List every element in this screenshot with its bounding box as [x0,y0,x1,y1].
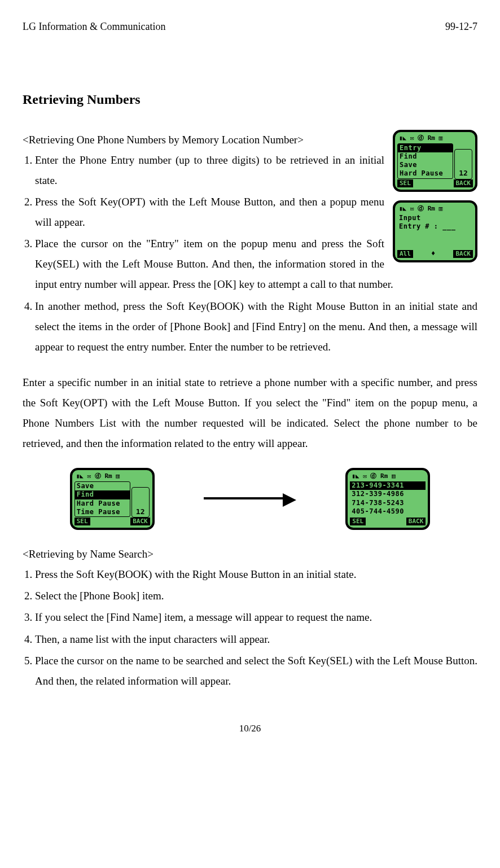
document-header: LG Information & Communication 99-12-7 [23,17,477,36]
text-line: Input [397,214,473,222]
softkey-right: BACK [453,250,473,258]
header-right: 99-12-7 [445,17,477,36]
nav-indicator-icon: ♦ [431,250,435,257]
arrow-icon [204,489,296,509]
entry-number-box: 12 [454,149,472,179]
menu-item: Hard Pause [75,499,130,508]
page-number: 10/26 [23,720,477,738]
softkey-right: BACK [130,518,150,525]
header-left: LG Information & Communication [23,17,165,36]
softkey-left: SEL [74,518,90,525]
page-title: Retrieving Numbers [23,87,477,113]
list-item: 405-744-4590 [350,507,426,516]
instruction-item: Select the [Phone Book] item. [35,586,477,606]
section-title: <Retrieving by Name Search> [23,544,477,564]
status-bar: ▮◣ ✉ ⓓ Rm ▥ [74,472,150,480]
softkey-left: SEL [350,518,366,525]
instruction-item: Place the cursor on the name to be searc… [35,651,477,691]
status-bar: ▮◣ ✉ ⓓ Rm ▥ [397,205,473,213]
instruction-item: Press the Soft Key(BOOK) with the Right … [35,564,477,585]
menu-item: Find [75,490,130,499]
softkey-left: All [397,250,413,258]
list-item: 312-339-4986 [350,490,426,498]
menu-item: Entry [398,144,453,152]
body-paragraph: Enter a specific number in an initial st… [23,372,477,454]
status-bar: ▮◣ ✉ ⓓ Rm ▥ [350,472,426,480]
instruction-item: If you select the [Find Name] item, a me… [35,607,477,628]
softkey-left: SEL [397,179,413,187]
list-item: 213-949-3341 [350,481,426,490]
softkey-right: BACK [454,179,473,187]
lcd-screen-input-entry: ▮◣ ✉ ⓓ Rm ▥ Input Entry # : ___ All ♦ BA… [393,200,477,262]
softkey-right: BACK [406,518,426,525]
menu-item: Find [398,152,453,161]
lcd-screen-entry-menu: ▮◣ ✉ ⓓ Rm ▥ Entry Find Save Hard Pause 1… [393,130,477,192]
list-item: 714-738-5243 [350,499,426,507]
entry-number-box: 12 [131,487,150,518]
instruction-item: In another method, press the Soft Key(BO… [35,296,477,357]
menu-item: Save [75,482,130,490]
text-line: Entry # : ___ [397,222,473,231]
lcd-screen-find-menu: ▮◣ ✉ ⓓ Rm ▥ Save Find Hard Pause Time Pa… [70,468,155,530]
menu-item: Hard Pause [398,169,453,178]
instruction-list: Press the Soft Key(BOOK) with the Right … [23,564,477,691]
menu-item: Time Pause [75,508,130,516]
instruction-item: Then, a name list with the input charact… [35,629,477,650]
lcd-screen-numbers-list: ▮◣ ✉ ⓓ Rm ▥ 213-949-3341 312-339-4986 71… [345,468,430,530]
figure-row: ▮◣ ✉ ⓓ Rm ▥ Save Find Hard Pause Time Pa… [45,468,455,530]
status-bar: ▮◣ ✉ ⓓ Rm ▥ [397,134,473,142]
menu-item: Save [398,161,453,169]
